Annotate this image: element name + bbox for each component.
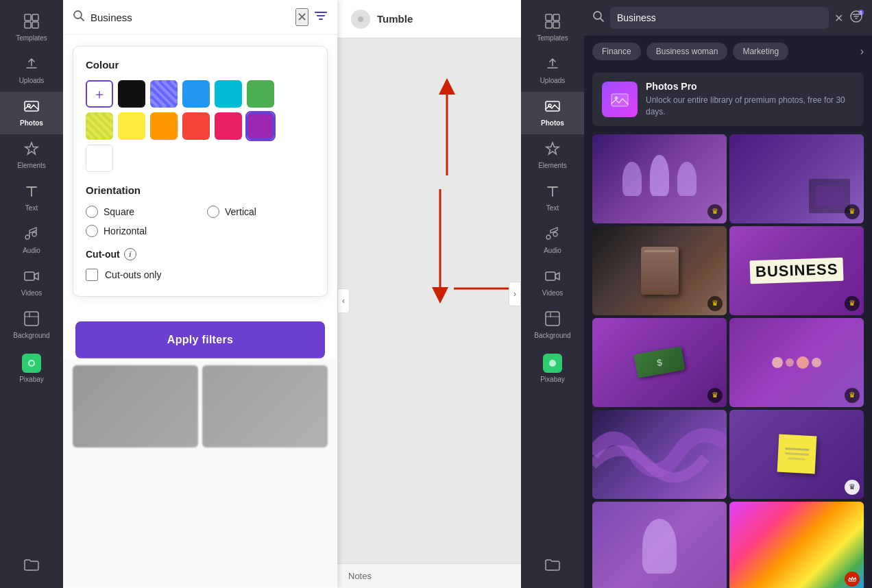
svg-rect-18	[553, 14, 559, 21]
color-purple-selected[interactable]	[247, 112, 274, 140]
tag-finance[interactable]: Finance	[592, 42, 641, 60]
sidebar-item-folder[interactable]	[0, 552, 63, 581]
right-sidebar-pixabay-label: Pixabay	[540, 376, 565, 384]
clear-search-left[interactable]: ✕	[295, 8, 308, 26]
cutout-section: Cut-out i Cut-outs only	[86, 248, 315, 281]
orientation-options: Square Vertical Horizontal	[86, 206, 315, 237]
right-sidebar-item-templates[interactable]: Templates	[521, 7, 584, 49]
search-icon-left	[73, 10, 85, 25]
photo-item-3[interactable]: ♛	[592, 226, 727, 315]
right-sidebar-item-videos[interactable]: Videos	[521, 262, 584, 304]
color-black[interactable]	[118, 80, 145, 108]
color-pink[interactable]	[215, 112, 242, 140]
svg-point-27	[549, 360, 556, 367]
audio-icon	[24, 226, 39, 244]
color-white[interactable]	[86, 145, 113, 172]
right-search-panel: ✕ 1 Finance Business woman Marketing › P…	[584, 0, 872, 588]
photo-item-10[interactable]	[729, 502, 864, 588]
color-lime-pattern[interactable]	[86, 112, 113, 140]
tag-business-woman[interactable]: Business woman	[646, 42, 728, 60]
orientation-title: Orientation	[86, 184, 315, 196]
right-search-bar: ✕ 1	[584, 0, 872, 36]
photo-item-9[interactable]	[592, 502, 727, 588]
search-input-left[interactable]	[90, 12, 290, 23]
svg-rect-4	[25, 101, 38, 111]
filter-options-box: Colour ＋ Orientation	[73, 46, 328, 297]
business-text-overlay: BUSINESS	[749, 257, 844, 284]
svg-rect-21	[546, 101, 559, 111]
orientation-vertical[interactable]: Vertical	[207, 206, 315, 218]
sidebar-item-text[interactable]: Text	[0, 177, 63, 219]
photo-item-1[interactable]: ♛	[592, 134, 727, 223]
color-orange[interactable]	[150, 112, 178, 140]
right-clear-button[interactable]: ✕	[834, 12, 843, 25]
tags-more-button[interactable]: ›	[860, 45, 864, 58]
radio-square[interactable]	[86, 206, 98, 218]
search-bar-left: ✕	[63, 0, 337, 35]
svg-rect-0	[25, 14, 31, 21]
sidebar-item-templates[interactable]: Templates	[0, 7, 63, 49]
svg-rect-20	[553, 22, 559, 28]
sidebar-background-label: Background	[13, 332, 49, 340]
photo-item-8[interactable]: ♛	[729, 410, 864, 499]
add-color-btn[interactable]: ＋	[86, 80, 113, 108]
photos-pro-title: Photos Pro	[646, 81, 854, 92]
sidebar-item-photos[interactable]: Photos	[0, 92, 63, 134]
right-sidebar-item-uploads[interactable]: Uploads	[521, 49, 584, 92]
sidebar-text-label: Text	[25, 204, 38, 212]
sidebar-item-elements[interactable]: Elements	[0, 134, 63, 177]
orientation-square[interactable]: Square	[86, 206, 193, 218]
photo-item-5[interactable]: $ ♛	[592, 318, 727, 407]
color-indigo-pattern[interactable]	[150, 80, 178, 108]
cutouts-only-checkbox[interactable]	[86, 269, 98, 281]
sidebar-item-background[interactable]: Background	[0, 304, 63, 347]
orientation-horizontal[interactable]: Horizontal	[86, 225, 193, 237]
sidebar-item-pixabay[interactable]: Pixabay	[0, 347, 63, 391]
right-sidebar-item-audio[interactable]: Audio	[521, 219, 584, 262]
right-sidebar-item-photos[interactable]: Photos	[521, 92, 584, 134]
color-yellow[interactable]	[118, 112, 145, 140]
sidebar-item-videos[interactable]: Videos	[0, 262, 63, 304]
radio-horizontal[interactable]	[86, 225, 98, 237]
photos-pro-icon	[602, 82, 638, 117]
apply-filters-button[interactable]: Apply filters	[75, 321, 325, 358]
crown-badge-5: ♛	[707, 388, 723, 403]
color-cyan[interactable]	[215, 80, 242, 108]
tags-row: Finance Business woman Marketing ›	[584, 36, 872, 67]
color-blue[interactable]	[182, 80, 210, 108]
right-photos-icon	[545, 99, 560, 117]
right-sidebar-item-background[interactable]: Background	[521, 304, 584, 347]
cutout-info-icon[interactable]: i	[124, 248, 136, 260]
photo-item-6[interactable]: ♛	[729, 318, 864, 407]
cutouts-only-label[interactable]: Cut-outs only	[86, 269, 315, 281]
crown-badge-10	[845, 572, 860, 587]
photo-item-2[interactable]: ♛	[729, 134, 864, 223]
canvas-toggle-right[interactable]: ‹	[337, 289, 350, 313]
tag-marketing[interactable]: Marketing	[733, 42, 788, 60]
right-uploads-icon	[545, 56, 560, 74]
templates-icon	[24, 14, 39, 32]
right-sidebar-item-folder[interactable]	[521, 552, 584, 581]
right-sidebar-item-pixabay[interactable]: Pixabay	[521, 347, 584, 391]
radio-vertical[interactable]	[207, 206, 219, 218]
filter-toggle-button[interactable]	[314, 9, 328, 26]
right-sidebar-item-text[interactable]: Text	[521, 177, 584, 219]
right-sidebar-item-elements[interactable]: Elements	[521, 134, 584, 177]
colour-title: Colour	[86, 59, 315, 71]
svg-point-13	[358, 16, 363, 22]
color-green[interactable]	[247, 80, 274, 108]
photo-item-7[interactable]	[592, 410, 727, 499]
orientation-section: Orientation Square Vertical Horizontal	[86, 184, 315, 237]
right-search-input[interactable]	[610, 7, 829, 29]
square-label: Square	[104, 206, 134, 217]
photos-pro-banner[interactable]: Photos Pro Unlock our entire library of …	[592, 73, 864, 126]
right-filter-button[interactable]: 1	[849, 9, 864, 27]
color-red[interactable]	[182, 112, 210, 140]
photo-item-4[interactable]: BUSINESS ♛	[729, 226, 864, 315]
sidebar-item-audio[interactable]: Audio	[0, 219, 63, 262]
canvas-notes-bar[interactable]: Notes	[337, 563, 521, 588]
canvas-toggle-left[interactable]: ›	[509, 282, 521, 306]
sidebar-audio-label: Audio	[23, 247, 40, 255]
left-sidebar: Templates Uploads Photos Elements Text A…	[0, 0, 63, 588]
sidebar-item-uploads[interactable]: Uploads	[0, 49, 63, 92]
